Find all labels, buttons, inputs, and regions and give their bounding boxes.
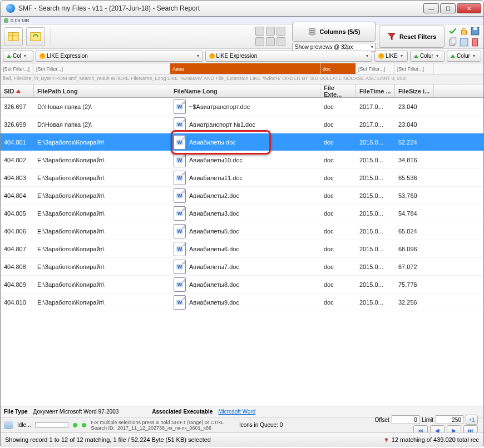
refresh-icon-button[interactable] [26, 27, 45, 46]
cell-time: 2015.0... [356, 281, 395, 288]
titlebar[interactable]: SMF - Search my Files - v11 - (2017-Jun-… [0, 0, 484, 17]
filter-like[interactable]: LIKE▾ [374, 51, 408, 62]
cell-name: WАвиатранспорт №1.doc [170, 117, 320, 132]
setfilter-row: [Set Filter...] [Set Filter...] Авиа doc… [1, 63, 483, 74]
table-row[interactable]: 404.806E:\Заработок\Копирайт\WАвиабилеты… [1, 222, 483, 240]
table-row[interactable]: 404.810E:\Заработок\Копирайт\WАвиабилеты… [1, 293, 483, 311]
memory-label: 0,09 MB [11, 18, 29, 23]
export-icon[interactable] [459, 37, 469, 47]
list-icon[interactable] [266, 27, 275, 36]
th-sid[interactable]: SID [1, 84, 34, 97]
separator [51, 27, 51, 46]
cell-sid: 404.805 [1, 210, 34, 217]
assoc-label: Associated Executable [152, 409, 213, 415]
svg-rect-0 [8, 32, 18, 41]
table-icon-button[interactable] [4, 27, 23, 46]
copy-icon[interactable] [255, 37, 264, 46]
cell-path: E:\Заработок\Копирайт\ [34, 299, 170, 306]
filter-like-expr-2[interactable]: LIKE Expression▾ [205, 51, 373, 62]
offset-input[interactable] [392, 415, 419, 424]
setfilter-name[interactable]: Авиа [170, 63, 320, 74]
table-row[interactable]: 404.805E:\Заработок\Копирайт\WАвиабилеты… [1, 205, 483, 222]
cell-ext: doc [320, 210, 356, 217]
table-row[interactable]: 404.802E:\Заработок\Копирайт\WАвиабилеты… [1, 151, 483, 169]
sort-arrow-icon [16, 89, 21, 93]
grid-icon[interactable] [255, 27, 264, 36]
pin-icon[interactable] [276, 27, 285, 36]
minimize-button[interactable]: — [423, 3, 439, 13]
table-row[interactable]: 404.807E:\Заработок\Копирайт\WАвиабилеты… [1, 240, 483, 258]
reset-filters-button[interactable]: Reset Filters [379, 26, 445, 48]
columns-button[interactable]: Columns (5/5) [292, 22, 376, 42]
cell-path: E:\Заработок\Копирайт\ [34, 210, 170, 217]
filter-color-1[interactable]: Colur▾ [410, 51, 445, 62]
th-size[interactable]: FileSize i... [395, 84, 434, 97]
table-row[interactable]: 326.699D:\Новая папка (2)\WАвиатранспорт… [1, 116, 483, 133]
table-row[interactable]: 404.804E:\Заработок\Копирайт\WАвиабилеты… [1, 187, 483, 205]
cell-size: 65.024 [395, 228, 434, 235]
preview-label: Show previews @ 32px [295, 44, 353, 50]
footer-left: Showing record 1 to 12 of 12 matching, 1… [5, 436, 211, 443]
cell-name: WАвиабилеты7.doc [170, 260, 320, 274]
table-row[interactable]: 404.809E:\Заработок\Копирайт\WАвиабилеты… [1, 276, 483, 293]
cell-path: E:\Заработок\Копирайт\ [34, 139, 170, 146]
doc-icon: W [174, 295, 186, 310]
th-time[interactable]: FileTime ... [356, 84, 395, 97]
th-path[interactable]: FilePath Long [34, 84, 170, 97]
th-name[interactable]: FileName Long [170, 84, 320, 97]
maximize-button[interactable]: ☐ [440, 3, 456, 13]
memory-bar: 0,09 MB [1, 17, 483, 24]
table-header: SID FilePath Long FileName Long File Ext… [1, 84, 483, 98]
filter-color-2[interactable]: Colur▾ [447, 51, 481, 62]
cell-ext: doc [320, 139, 356, 146]
filter-col[interactable]: Col▾ [3, 51, 33, 62]
cell-size: 67.072 [395, 263, 434, 270]
setfilter-time[interactable]: [Set Filter...] [356, 63, 395, 74]
doc-icon: W [174, 188, 186, 203]
check-icon[interactable] [448, 26, 458, 36]
table-row[interactable]: 404.808E:\Заработок\Копирайт\WАвиабилеты… [1, 258, 483, 276]
cell-sid: 404.810 [1, 299, 34, 306]
reset-filters-label: Reset Filters [399, 33, 436, 40]
assoc-link[interactable]: Microsoft Word [218, 409, 255, 415]
paste-icon[interactable] [266, 37, 275, 46]
limit-input[interactable] [436, 415, 463, 424]
setfilter-ext[interactable]: doc [320, 63, 356, 74]
svg-marker-8 [388, 33, 395, 40]
doc-icon: W [174, 206, 186, 221]
table-row[interactable]: 326.697D:\Новая папка (2)\W~$Авиатранспо… [1, 98, 483, 116]
delete-icon[interactable] [470, 37, 480, 47]
cell-ext: doc [320, 246, 356, 252]
table-row[interactable]: 404.801E:\Заработок\Копирайт\WАвиабилеты… [1, 133, 483, 151]
cell-size: 53.760 [395, 192, 434, 199]
th-ext[interactable]: File Exte... [320, 84, 356, 97]
copy2-icon[interactable] [448, 37, 458, 47]
cell-time: 2015.0... [356, 210, 395, 217]
svg-rect-15 [473, 38, 478, 46]
close-button[interactable]: ✕ [457, 3, 481, 13]
unlock-icon[interactable] [459, 26, 469, 36]
footer-bar: Showing record 1 to 12 of 12 matching, 1… [1, 432, 483, 446]
small-icon-group [255, 27, 289, 46]
searchid-value: 2017_11_12_202738_пк_пк-пк_0601_x86 [117, 425, 211, 431]
limit-label: Limit [422, 417, 433, 423]
setfilter-size[interactable]: [Set Filter...] [395, 63, 434, 74]
plus1-button[interactable]: +1 [466, 415, 478, 425]
status-dot-2 [82, 423, 86, 427]
table-row[interactable]: 404.803E:\Заработок\Копирайт\WАвиабилеты… [1, 169, 483, 187]
cell-time: 2015.0... [356, 263, 395, 270]
save-icon[interactable] [470, 26, 480, 36]
progress-bar [35, 422, 68, 428]
setfilter-path[interactable]: [Set Filter...] [34, 63, 170, 74]
doc-icon: W [174, 99, 186, 114]
doc-icon: W [174, 171, 186, 185]
filter-like-expr-1[interactable]: LIKE Expression▾ [36, 51, 203, 62]
cell-ext: doc [320, 103, 356, 110]
cell-path: E:\Заработок\Копирайт\ [34, 228, 170, 235]
cell-name: W~$Авиатранспорт.doc [170, 99, 320, 114]
cell-time: 2017.0... [356, 103, 395, 110]
setfilter-sid[interactable]: [Set Filter...] [1, 63, 34, 74]
gear-icon[interactable] [276, 37, 285, 46]
cell-time: 2015.0... [356, 299, 395, 306]
svg-rect-13 [451, 38, 456, 44]
